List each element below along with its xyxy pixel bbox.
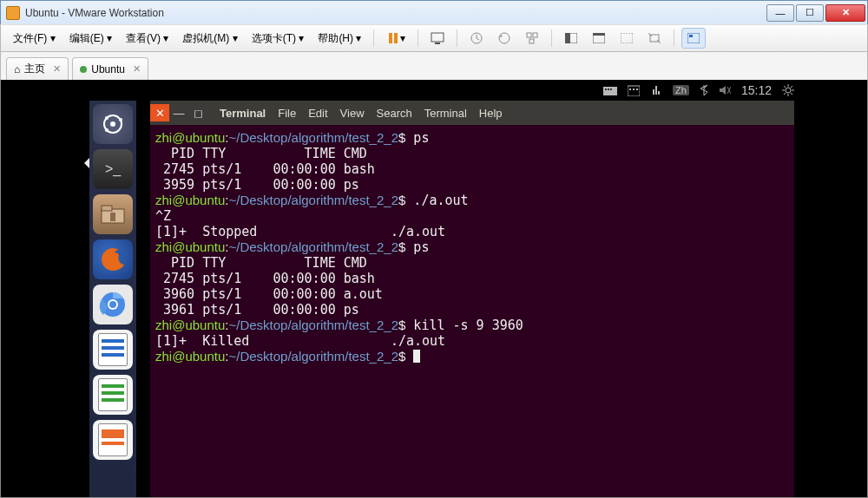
svg-point-29 [110,121,115,127]
svg-rect-0 [389,33,392,43]
terminal-window: ✕ — ◻ Terminal File Edit View Search Ter… [150,101,794,497]
svg-rect-13 [621,33,633,43]
menu-vm[interactable]: 虚拟机(M) ▾ [177,28,242,49]
close-button[interactable]: ✕ [825,4,865,22]
svg-rect-17 [603,87,617,95]
stretch-button[interactable] [642,28,667,49]
svg-point-39 [109,301,116,308]
svg-rect-20 [610,88,612,90]
dash-icon[interactable] [93,104,133,144]
snapshot-button[interactable] [464,28,489,49]
windows-titlebar: Ubuntu - VMware Workstation — ☐ ✕ [0,0,868,24]
svg-rect-16 [689,35,693,37]
console-icon [620,31,634,45]
tab-ubuntu[interactable]: Ubuntu ✕ [72,57,148,80]
vmware-menubar: 文件(F) ▾ 编辑(E) ▾ 查看(V) ▾ 虚拟机(M) ▾ 选项卡(T) … [0,24,868,52]
svg-rect-23 [633,88,635,90]
clock-icon [470,31,483,45]
svg-rect-8 [529,39,534,43]
send-ctrl-alt-del-button[interactable] [425,28,450,49]
thumbnail-button[interactable] [681,28,706,49]
ime-indicator[interactable]: Zh [673,85,689,95]
vmware-tabstrip: ⌂ 主页 ✕ Ubuntu ✕ [0,52,868,80]
menu-help[interactable]: 帮助(H) ▾ [312,28,366,49]
console-view-button[interactable] [615,28,639,49]
terminal-menu-terminal[interactable]: Terminal [424,107,467,120]
home-icon: ⌂ [14,63,20,75]
clock-back-icon [497,31,511,45]
revert-button[interactable] [492,28,516,49]
minimize-button[interactable]: — [766,4,794,22]
svg-point-31 [105,128,108,132]
vm-running-icon [80,66,87,73]
svg-point-30 [119,118,122,121]
tab-close-icon[interactable]: ✕ [133,63,141,75]
terminal-menubar: Terminal File Edit View Search Terminal … [220,107,503,120]
menu-view[interactable]: 查看(V) ▾ [121,28,174,49]
terminal-menu-search[interactable]: Search [377,107,412,120]
ubuntu-panel: Zh 15:12 [603,80,794,101]
terminal-close-button[interactable]: ✕ [150,104,169,121]
terminal-launcher-icon[interactable] [93,149,133,189]
files-launcher-icon[interactable] [93,194,133,234]
svg-rect-21 [628,86,640,96]
svg-point-27 [786,88,791,93]
snapshot-manager-icon [525,31,539,45]
svg-rect-2 [431,33,444,42]
terminal-menu-edit[interactable]: Edit [308,107,327,120]
svg-rect-24 [636,88,638,90]
tab-home-label: 主页 [24,62,45,76]
unity-icon [592,31,606,45]
menu-file[interactable]: 文件(F) ▾ [8,28,61,49]
gear-icon[interactable] [782,84,794,96]
tab-home[interactable]: ⌂ 主页 ✕ [6,57,69,80]
screen-icon [431,31,444,45]
tab-close-icon[interactable]: ✕ [53,63,61,75]
tab-ubuntu-label: Ubuntu [91,63,125,75]
pause-icon [386,31,400,45]
unity-button[interactable] [587,28,611,49]
terminal-minimize-button[interactable]: — [169,104,188,121]
svg-point-5 [499,33,510,43]
terminal-titlebar: ✕ — ◻ Terminal File Edit View Search Ter… [150,101,794,125]
thumbnail-icon [687,31,700,45]
clock-text[interactable]: 15:12 [741,83,772,97]
svg-rect-3 [435,43,440,44]
fullscreen-button[interactable] [559,28,583,49]
svg-rect-18 [605,88,607,90]
terminal-menu-file[interactable]: File [278,107,296,120]
writer-launcher-icon[interactable] [93,330,133,370]
vmware-icon [6,6,20,20]
chromium-launcher-icon[interactable] [93,285,133,324]
svg-rect-15 [687,33,700,43]
window-title: Ubuntu - VMware Workstation [25,7,765,19]
terminal-body[interactable]: zhi@ubuntu:~/Desktop/algorithm/test_2_2$… [150,125,794,497]
svg-rect-1 [394,33,398,43]
keyboard-icon[interactable] [603,85,617,95]
menu-tabs[interactable]: 选项卡(T) ▾ [247,28,310,49]
unity-launcher [89,101,136,497]
active-app-indicator [84,158,89,168]
svg-point-32 [105,116,108,120]
manage-snapshots-button[interactable] [520,28,544,49]
terminal-app-label: Terminal [220,107,266,120]
svg-rect-12 [593,33,605,36]
vm-viewport[interactable]: Zh 15:12 ✕ — ◻ Terminal File Edit [0,80,868,498]
maximize-button[interactable]: ☐ [796,4,824,22]
volume-icon[interactable] [719,85,731,95]
firefox-launcher-icon[interactable] [93,239,133,279]
bluetooth-icon[interactable] [700,84,708,96]
svg-rect-35 [110,213,115,221]
terminal-menu-help[interactable]: Help [479,107,503,120]
network-icon[interactable] [650,84,662,96]
impress-launcher-icon[interactable] [93,420,133,460]
stretch-icon [648,31,661,45]
menu-edit[interactable]: 编辑(E) ▾ [64,28,117,49]
calendar-icon[interactable] [628,84,640,96]
svg-rect-22 [629,88,631,90]
terminal-menu-view[interactable]: View [340,107,365,120]
calc-launcher-icon[interactable] [93,375,133,415]
pause-button[interactable]: ▾ [381,28,411,49]
svg-rect-6 [527,33,531,37]
terminal-maximize-button[interactable]: ◻ [188,104,207,121]
